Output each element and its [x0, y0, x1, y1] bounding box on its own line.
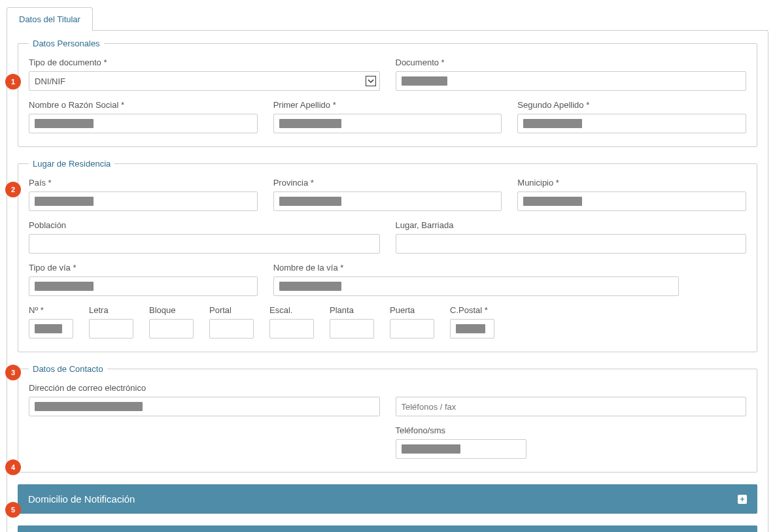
redacted-value — [402, 444, 460, 454]
label-escal: Escal. — [269, 305, 314, 315]
input-nombre-via[interactable] — [273, 276, 679, 296]
label-poblacion: Población — [29, 220, 380, 230]
redacted-value — [456, 324, 485, 333]
annotation-badge-2: 2 — [5, 182, 21, 197]
label-segundo-apellido: Segundo Apellido * — [517, 100, 746, 110]
redacted-value — [279, 197, 341, 206]
redacted-value — [35, 282, 94, 291]
fieldset-datos-personales: Datos Personales Tipo de documento * Doc… — [18, 39, 757, 147]
input-tipo-via[interactable] — [29, 276, 258, 296]
annotation-badge-3: 3 — [5, 365, 21, 380]
label-pais: País * — [29, 178, 258, 188]
redacted-value — [279, 282, 341, 291]
input-lugar-barriada[interactable] — [396, 234, 747, 254]
input-portal[interactable] — [209, 319, 254, 339]
redacted-value — [35, 119, 94, 128]
input-bloque[interactable] — [149, 319, 194, 339]
input-email[interactable] — [29, 397, 380, 416]
redacted-value — [523, 197, 582, 206]
label-letra: Letra — [89, 305, 133, 315]
input-pais[interactable] — [29, 191, 258, 211]
label-planta: Planta — [330, 305, 374, 315]
legend-lugar-residencia: Lugar de Residencia — [29, 159, 114, 169]
input-poblacion[interactable] — [29, 234, 380, 254]
redacted-value — [523, 119, 582, 128]
label-lugar-barriada: Lugar, Barriada — [396, 220, 747, 230]
input-segundo-apellido[interactable] — [517, 114, 746, 133]
legend-datos-personales: Datos Personales — [29, 39, 104, 48]
input-cpostal[interactable] — [450, 319, 494, 339]
tab-panel: Datos Personales Tipo de documento * Doc… — [7, 31, 768, 532]
input-puerta[interactable] — [390, 319, 434, 339]
input-documento[interactable] — [396, 71, 747, 91]
redacted-value — [35, 197, 94, 206]
label-primer-apellido: Primer Apellido * — [273, 100, 502, 110]
tab-datos-titular[interactable]: Datos del Titular — [7, 7, 93, 31]
accordion-redes-sociales[interactable]: Redes Sociales + — [18, 525, 757, 532]
label-email: Dirección de correo electrónico — [29, 383, 380, 393]
label-nombre: Nombre o Razón Social * — [29, 100, 258, 110]
input-numero[interactable] — [29, 319, 73, 339]
tabs: Datos del Titular — [7, 7, 768, 31]
label-municipio: Municipio * — [517, 178, 746, 188]
label-cpostal: C.Postal * — [450, 305, 494, 315]
annotation-badge-1: 1 — [5, 74, 21, 90]
label-numero: Nº * — [29, 305, 73, 315]
fieldset-lugar-residencia: Lugar de Residencia País * Provincia * M… — [18, 159, 757, 352]
input-provincia[interactable] — [273, 191, 502, 211]
label-telefono-sms: Teléfono/sms — [396, 425, 747, 435]
label-tipo-via: Tipo de vía * — [29, 263, 258, 273]
plus-icon: + — [738, 495, 747, 504]
input-telefonos[interactable] — [396, 397, 747, 416]
label-tipo-documento: Tipo de documento * — [29, 58, 380, 67]
redacted-value — [35, 324, 62, 333]
label-nombre-via: Nombre de la vía * — [273, 263, 679, 273]
select-tipo-documento[interactable] — [29, 71, 380, 91]
fieldset-datos-contacto: Datos de Contacto Dirección de correo el… — [18, 364, 757, 473]
input-letra[interactable] — [89, 319, 133, 339]
input-municipio[interactable] — [517, 191, 746, 211]
label-documento: Documento * — [396, 58, 747, 67]
input-telefono-sms[interactable] — [396, 439, 526, 459]
label-puerta: Puerta — [390, 305, 434, 315]
redacted-value — [279, 119, 341, 128]
input-planta[interactable] — [330, 319, 374, 339]
redacted-value — [35, 402, 143, 411]
label-bloque: Bloque — [149, 305, 194, 315]
legend-datos-contacto: Datos de Contacto — [29, 364, 107, 374]
label-portal: Portal — [209, 305, 254, 315]
annotation-badge-4: 4 — [5, 459, 21, 475]
input-escal[interactable] — [269, 319, 314, 339]
accordion-title: Domicilio de Notificación — [28, 493, 135, 505]
input-primer-apellido[interactable] — [273, 114, 502, 133]
redacted-value — [402, 76, 447, 86]
annotation-badge-5: 5 — [5, 502, 21, 518]
label-provincia: Provincia * — [273, 178, 502, 188]
page: 1 2 3 4 5 Datos del Titular Datos Person… — [7, 7, 768, 532]
input-nombre[interactable] — [29, 114, 258, 133]
accordion-domicilio-notificacion[interactable]: Domicilio de Notificación + — [18, 484, 757, 514]
